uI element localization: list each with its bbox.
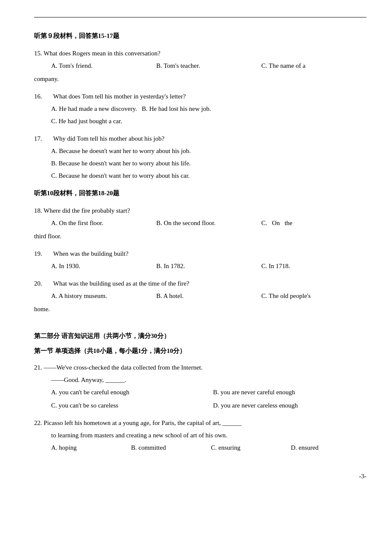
part2-subheader: 第一节 单项选择（共10小题，每小题1分，满分10分） bbox=[34, 345, 366, 357]
q16-options-row2: C. He had just bought a car. bbox=[34, 116, 366, 127]
page-number: -3- bbox=[34, 471, 366, 482]
q20-option-a: A. A history museum. bbox=[51, 290, 156, 302]
q21-stem1: 21. ——We've cross-checked the data colle… bbox=[34, 362, 366, 373]
q18-title: 18. Where did the fire probably start? bbox=[34, 205, 366, 217]
q17-title: 17. Why did Tom tell his mother about hi… bbox=[34, 133, 366, 145]
q20-options: A. A history museum. B. A hotel. C. The … bbox=[34, 290, 366, 302]
q19-option-b: B. In 1782. bbox=[156, 260, 262, 272]
q16-options-row1: A. He had made a new discovery. B. He ha… bbox=[34, 103, 366, 115]
q22-option-b: B. committed bbox=[131, 442, 207, 454]
section9-header: 听第９段材料，回答第15-17题 bbox=[34, 30, 366, 42]
q21-option-c: C. you can't be so careless bbox=[51, 400, 205, 411]
q18-options: A. On the first floor. B. On the second … bbox=[34, 217, 366, 229]
question-16: 16. What does Tom tell his mother in yes… bbox=[34, 91, 366, 127]
q20-option-c: C. The old people's bbox=[261, 290, 366, 302]
q22-option-d: D. ensured bbox=[291, 442, 367, 454]
q18-option-b: B. On the second floor. bbox=[156, 217, 262, 229]
q19-option-a: A. In 1930. bbox=[51, 260, 156, 272]
q20-option-b: B. A hotel. bbox=[156, 290, 262, 302]
q21-option-b: B. you are never careful enough bbox=[213, 387, 366, 398]
q22-stem1: 22. Picasso left his hometown at a young… bbox=[34, 417, 366, 429]
question-21: 21. ——We've cross-checked the data colle… bbox=[34, 362, 366, 411]
q15-option-a: A. Tom's friend. bbox=[51, 60, 156, 72]
q21-option-a: A. you can't be careful enough bbox=[51, 387, 205, 398]
q15-title: 15. What does Rogers mean in this conver… bbox=[34, 48, 366, 59]
q21-options-row1: A. you can't be careful enough B. you ar… bbox=[34, 387, 366, 398]
q15-option-c: C. The name of a bbox=[261, 60, 366, 72]
q17-option-c: C. Because he doesn't want her to worry … bbox=[34, 170, 366, 182]
part2-section: 第二部分 语言知识运用（共两小节，满分30分） 第一节 单项选择（共10小题，每… bbox=[34, 330, 366, 357]
q18-option-c: C. On the bbox=[261, 217, 366, 229]
q22-stem2: to learning from masters and creating a … bbox=[34, 430, 366, 441]
q18-option-a: A. On the first floor. bbox=[51, 217, 156, 229]
question-20: 20. What was the building used as at the… bbox=[34, 278, 366, 315]
section10-header: 听第10段材料，回答第18-20题 bbox=[34, 188, 366, 199]
part2-header: 第二部分 语言知识运用（共两小节，满分30分） bbox=[34, 330, 366, 342]
q19-options: A. In 1930. B. In 1782. C. In 1718. bbox=[34, 260, 366, 272]
q19-title: 19. When was the building built? bbox=[34, 248, 366, 260]
q18-continuation: third floor. bbox=[34, 231, 366, 242]
q16-title: 16. What does Tom tell his mother in yes… bbox=[34, 91, 366, 102]
question-19: 19. When was the building built? A. In 1… bbox=[34, 248, 366, 272]
q21-options-row2: C. you can't be so careless D. you are n… bbox=[34, 400, 366, 411]
q22-option-c: C. ensuring bbox=[211, 442, 287, 454]
question-15: 15. What does Rogers mean in this conver… bbox=[34, 48, 366, 85]
q15-options: A. Tom's friend. B. Tom's teacher. C. Th… bbox=[34, 60, 366, 72]
top-divider bbox=[34, 17, 366, 17]
question-22: 22. Picasso left his hometown at a young… bbox=[34, 417, 366, 454]
question-18: 18. Where did the fire probably start? A… bbox=[34, 205, 366, 242]
q22-options: A. hoping B. committed C. ensuring D. en… bbox=[34, 442, 366, 454]
q21-option-d: D. you are never careless enough bbox=[213, 400, 366, 411]
q20-title: 20. What was the building used as at the… bbox=[34, 278, 366, 289]
q19-option-c: C. In 1718. bbox=[261, 260, 366, 272]
question-17: 17. Why did Tom tell his mother about hi… bbox=[34, 133, 366, 182]
q22-option-a: A. hoping bbox=[51, 442, 127, 454]
q21-stem2: ——Good. Anyway, ______. bbox=[34, 374, 366, 386]
q15-continuation: company. bbox=[34, 73, 366, 85]
q17-option-b: B. Because he doesn't want her to worry … bbox=[34, 158, 366, 169]
q15-option-b: B. Tom's teacher. bbox=[156, 60, 262, 72]
q20-continuation: home. bbox=[34, 304, 366, 315]
q17-option-a: A. Because he doesn't want her to worry … bbox=[34, 145, 366, 157]
